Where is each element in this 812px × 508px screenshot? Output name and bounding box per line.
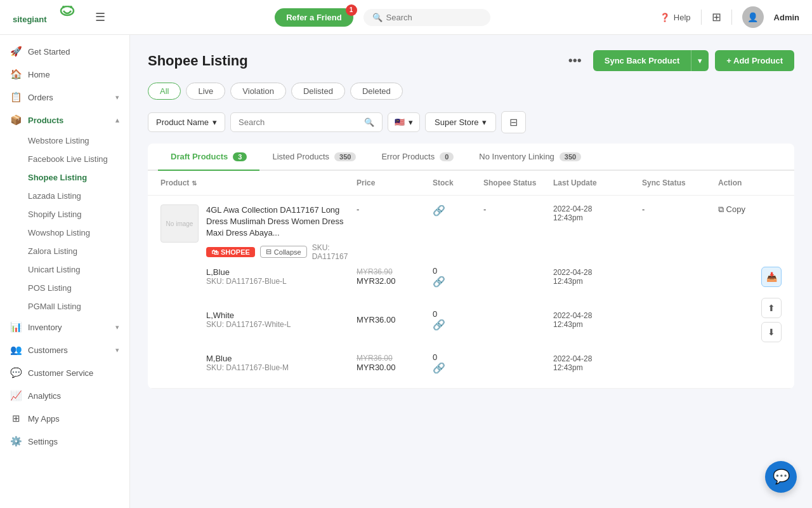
sidebar-item-inventory[interactable]: 📊 Inventory ▾ [0, 316, 129, 338]
sidebar-item-shopee-listing[interactable]: Shopee Listing [28, 168, 129, 187]
products-arrow: ▴ [115, 116, 119, 124]
sidebar-label-analytics: Analytics [28, 391, 61, 401]
sync-back-product-button[interactable]: Sync Back Product [593, 50, 691, 71]
inventory-icon: 📊 [10, 321, 22, 333]
variant-date-blue-l: 2022-04-2812:43pm [553, 268, 642, 286]
more-button[interactable]: ••• [563, 51, 587, 70]
variant-sku-white-l: SKU: DA117167-White-L [206, 320, 357, 329]
svg-text:sitegiant: sitegiant [13, 15, 47, 24]
variant-info-white-l: L,White SKU: DA117167-White-L [206, 311, 357, 329]
tab-draft-products[interactable]: Draft Products 3 [158, 144, 259, 171]
sidebar-item-webstore-listing[interactable]: Webstore Listing [28, 131, 129, 150]
col-sync-status: Sync Status [642, 178, 718, 187]
sidebar-item-get-started[interactable]: 🚀 Get Started [0, 40, 129, 63]
variant-sku-blue-l: SKU: DA117167-Blue-L [206, 277, 357, 286]
help-icon: ❓ [660, 13, 670, 22]
filter-tab-all[interactable]: All [148, 83, 181, 100]
sidebar-item-settings[interactable]: ⚙️ Settings [0, 430, 129, 453]
variant-price-main: MYR32.00 [357, 276, 433, 286]
variant-price-main-white: MYR36.00 [357, 315, 433, 324]
tab-listed-products[interactable]: Listed Products 350 [259, 144, 369, 171]
sidebar-item-lazada-listing[interactable]: Lazada Listing [28, 187, 129, 205]
stock-link-icon: 🔗 [433, 205, 445, 216]
sidebar-item-customer-service[interactable]: 💬 Customer Service [0, 361, 129, 384]
search-input-wrap[interactable]: 🔍 [230, 112, 383, 132]
topbar-layout-icon[interactable]: ⊞ [712, 10, 721, 24]
sidebar-item-pos-listing[interactable]: POS Listing [28, 279, 129, 297]
sidebar-item-home[interactable]: 🏠 Home [0, 63, 129, 86]
top-search-bar[interactable]: 🔍 [363, 9, 490, 26]
svg-point-3 [70, 6, 72, 8]
variant-action-blue-l: 📥 [718, 267, 782, 287]
variant-date-blue-m: 2022-04-2812:43pm [553, 354, 642, 372]
refer-friend-button[interactable]: Refer a Friend 1 [275, 8, 353, 27]
table-header: Product ⇅ Price Stock Shopee Status Last… [148, 171, 794, 196]
svg-point-2 [62, 6, 65, 8]
product-action: ⧉ Copy [718, 204, 782, 215]
variant-stock-link-icon-white: 🔗 [433, 319, 445, 330]
store-select[interactable]: Super Store ▾ [425, 112, 496, 132]
sidebar-label-my-apps: My Apps [28, 414, 60, 424]
product-search-input[interactable] [239, 117, 360, 127]
sidebar-item-customers[interactable]: 👥 Customers ▾ [0, 338, 129, 361]
sidebar-item-analytics[interactable]: 📈 Analytics [0, 384, 129, 407]
sync-btn-group: Sync Back Product ▾ [593, 50, 709, 71]
country-flag-select[interactable]: 🇲🇾 ▾ [388, 112, 420, 132]
variant-action-white-l: ⬆ ⬇ [718, 298, 782, 342]
sidebar-item-my-apps[interactable]: ⊞ My Apps [0, 407, 129, 430]
variant-price-crossed-m: MYR36.00 [357, 354, 433, 363]
no-inventory-label: No Inventory Linking [479, 152, 554, 161]
variant-price-blue-m: MYR36.00 MYR30.00 [357, 354, 433, 372]
malaysia-flag-icon: 🇲🇾 [395, 117, 405, 127]
filter-tab-deleted[interactable]: Deleted [350, 83, 403, 100]
sidebar-item-shopify-listing[interactable]: Shopify Listing [28, 205, 129, 224]
tab-error-products[interactable]: Error Products 0 [369, 144, 466, 171]
tab-no-inventory-linking[interactable]: No Inventory Linking 350 [466, 144, 594, 171]
error-products-label: Error Products [381, 152, 435, 161]
search-submit-icon[interactable]: 🔍 [364, 117, 374, 127]
filter-tab-violation[interactable]: Violation [230, 83, 286, 100]
home-icon: 🏠 [10, 69, 22, 80]
page-actions: ••• Sync Back Product ▾ + Add Product [563, 50, 794, 71]
advanced-filter-button[interactable]: ⊟ [501, 111, 526, 133]
variant-upload-button[interactable]: ⬆ [761, 298, 782, 318]
product-shopee-status: - [483, 204, 553, 214]
search-icon: 🔍 [372, 13, 383, 22]
copy-button[interactable]: ⧉ Copy [718, 204, 782, 215]
topbar-center: Refer a Friend 1 🔍 [115, 8, 650, 27]
orders-icon: 📋 [10, 91, 22, 103]
top-search-input[interactable] [386, 13, 475, 22]
sidebar-item-facebook-live-listing[interactable]: Facebook Live Listing [28, 150, 129, 168]
topbar-right: ❓ Help ⊞ 👤 Admin [660, 6, 799, 28]
add-product-button[interactable]: + Add Product [715, 50, 794, 71]
store-chevron-icon: ▾ [482, 117, 487, 127]
filter-tab-live[interactable]: Live [186, 83, 225, 100]
admin-name[interactable]: Admin [774, 13, 799, 22]
variant-download-button[interactable]: ⬇ [761, 322, 782, 342]
hamburger-icon[interactable]: ☰ [95, 10, 105, 24]
sidebar: 🚀 Get Started 🏠 Home 📋 Orders ▾ 📦 Produc… [0, 35, 130, 508]
col-last-update: Last Update [553, 178, 642, 187]
sidebar-item-orders[interactable]: 📋 Orders ▾ [0, 86, 129, 109]
col-price: Price [357, 178, 433, 187]
chat-bubble-button[interactable]: 💬 [765, 461, 797, 493]
draft-products-label: Draft Products [171, 152, 228, 161]
sync-dropdown-button[interactable]: ▾ [691, 50, 709, 71]
product-name-select[interactable]: Product Name ▾ [148, 112, 225, 132]
help-button[interactable]: ❓ Help [660, 13, 691, 22]
sidebar-item-wowshop-listing[interactable]: Wowshop Listing [28, 224, 129, 242]
product-info: No image 4GL Awa Collection DA117167 Lon… [160, 204, 357, 261]
get-started-icon: 🚀 [10, 46, 22, 57]
shopee-icon: 🛍 [211, 248, 218, 256]
sidebar-item-unicart-listing[interactable]: Unicart Listing [28, 260, 129, 279]
sidebar-item-products[interactable]: 📦 Products ▴ [0, 109, 129, 131]
filter-tab-delisted[interactable]: Delisted [291, 83, 345, 100]
collapse-badge[interactable]: ⊟ Collapse [260, 246, 307, 258]
product-thumbnail: No image [160, 204, 199, 243]
sidebar-item-zalora-listing[interactable]: Zalora Listing [28, 242, 129, 260]
sidebar-item-pgmall-listing[interactable]: PGMall Listing [28, 297, 129, 316]
customers-arrow: ▾ [115, 346, 119, 354]
variant-inbox-button[interactable]: 📥 [761, 267, 782, 287]
variant-price-crossed: MYR36.90 [357, 267, 433, 276]
chat-icon: 💬 [773, 469, 790, 485]
